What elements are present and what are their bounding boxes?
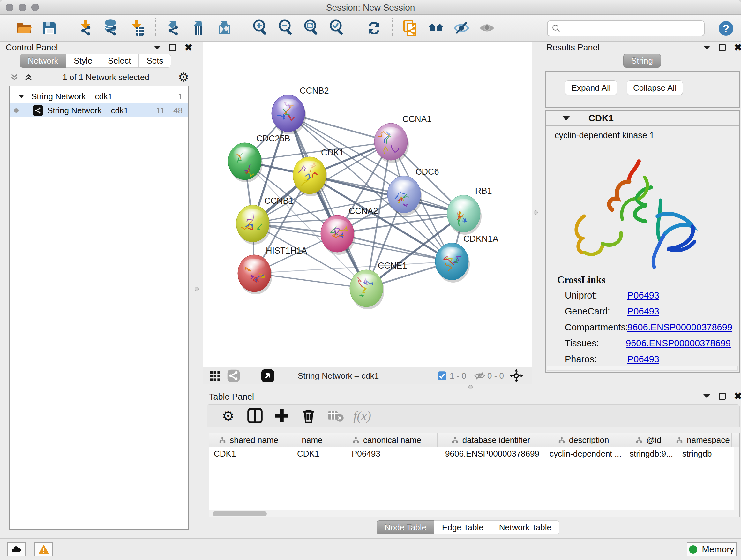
crosslink-link[interactable]: 9606.ENSP00000378699 <box>627 322 732 333</box>
network-node-cdc25b[interactable]: CDC25B <box>228 134 290 182</box>
network-node-rb1[interactable]: RB1 <box>447 186 492 235</box>
entry-expander-icon[interactable] <box>562 116 570 121</box>
close-panel-icon[interactable]: ✖ <box>185 44 192 51</box>
network-collection-row[interactable]: String Network – cdk1 1 <box>10 89 188 104</box>
tab-string[interactable]: String <box>623 54 661 68</box>
show-all-eye-icon[interactable] <box>477 18 497 38</box>
splitter-handle[interactable] <box>195 287 199 291</box>
tab-edge-table[interactable]: Edge Table <box>434 520 491 535</box>
table-cell[interactable]: 9606.ENSP00000378699 <box>437 449 544 459</box>
zoom-selected-icon[interactable] <box>327 18 348 38</box>
table-settings-gear-icon[interactable]: ⚙ <box>218 406 239 426</box>
search-box[interactable] <box>547 20 704 37</box>
network-node-hist1h1a[interactable]: HIST1H1A <box>238 246 307 294</box>
network-node-ccne1[interactable]: CCNE1 <box>350 261 407 309</box>
grid-view-icon[interactable] <box>208 367 221 385</box>
gear-icon[interactable]: ⚙ <box>178 71 189 83</box>
export-network-icon[interactable] <box>163 18 184 38</box>
add-column-plus-icon[interactable] <box>272 406 292 426</box>
table-hscrollbar[interactable] <box>209 510 739 517</box>
hide-selected-eye-icon[interactable] <box>451 18 472 38</box>
table-cell[interactable]: CDK1 <box>209 449 288 459</box>
network-canvas[interactable]: CCNB2 CCNA1 CDC25B CDK1 CDC6 <box>203 42 532 367</box>
crosslink-link[interactable]: P06493 <box>627 306 659 317</box>
tab-select[interactable]: Select <box>100 54 139 68</box>
selected-checkbox-icon[interactable] <box>437 367 447 385</box>
zoom-out-icon[interactable] <box>276 18 297 38</box>
tab-node-table[interactable]: Node Table <box>377 520 434 535</box>
tab-sets[interactable]: Sets <box>139 54 171 68</box>
import-table-icon[interactable] <box>127 18 147 38</box>
column-header-namespace[interactable]: namespace <box>674 433 732 447</box>
crosslink-link[interactable]: P06493 <box>627 354 659 365</box>
network-edge[interactable] <box>288 113 366 288</box>
delete-column-trash-icon[interactable] <box>298 406 319 426</box>
export-image-icon[interactable] <box>214 18 235 38</box>
memory-status-dot <box>689 545 697 554</box>
table-cell[interactable]: CDK1 <box>288 449 336 459</box>
cloud-button[interactable] <box>7 543 25 557</box>
splitter-handle[interactable] <box>534 210 538 214</box>
maximize-panel-icon[interactable] <box>169 44 176 51</box>
zoom-fit-icon[interactable] <box>302 18 322 38</box>
close-panel-icon[interactable]: ✖ <box>734 393 741 400</box>
network-node-cdk1[interactable]: CDK1 <box>293 148 344 196</box>
split-columns-icon[interactable] <box>245 406 265 426</box>
network-row-selected[interactable]: String Network – cdk1 11 48 <box>10 104 188 118</box>
node-table[interactable]: shared namenamecanonical namedatabase id… <box>209 433 740 517</box>
maximize-panel-icon[interactable] <box>719 44 726 51</box>
save-session-icon[interactable] <box>40 18 60 38</box>
export-table-icon[interactable] <box>189 18 209 38</box>
column-header-canonicalname[interactable]: canonical name <box>336 433 437 447</box>
column-header-id[interactable]: @id <box>623 433 674 447</box>
results-entry-header[interactable]: CDK1 <box>546 111 739 126</box>
close-panel-icon[interactable]: ✖ <box>734 44 741 51</box>
table-row[interactable]: CDK1CDK1P064939606.ENSP00000378699cyclin… <box>209 447 739 460</box>
warning-button[interactable] <box>35 543 53 557</box>
share-view-icon[interactable] <box>227 367 240 385</box>
refresh-layout-icon[interactable] <box>364 18 384 38</box>
open-session-icon[interactable] <box>14 18 35 38</box>
copy-network-icon[interactable] <box>400 18 421 38</box>
tab-style[interactable]: Style <box>66 54 100 68</box>
table-cell[interactable]: cyclin-dependent ... <box>544 449 623 459</box>
column-header-databaseidentifier[interactable]: database identifier <box>437 433 544 447</box>
expand-all-icon[interactable] <box>23 72 34 83</box>
fit-selected-crosshair-icon[interactable] <box>509 367 524 385</box>
memory-button[interactable]: Memory <box>687 543 737 557</box>
table-cell[interactable]: stringdb <box>674 449 732 459</box>
help-button[interactable]: ? <box>719 21 733 36</box>
network-node-cdkn1a[interactable]: CDKN1A <box>435 234 498 283</box>
zoom-in-icon[interactable] <box>251 18 271 38</box>
node-label: CDK1 <box>321 148 344 158</box>
import-network-database-icon[interactable] <box>102 18 122 38</box>
home-network-icon[interactable] <box>426 18 446 38</box>
crosslink-link[interactable]: P06493 <box>627 290 659 301</box>
collapse-all-icon[interactable] <box>9 72 20 83</box>
float-panel-icon[interactable] <box>703 46 711 50</box>
column-header-name[interactable]: name <box>288 433 336 447</box>
table-cell[interactable]: P06493 <box>336 449 437 459</box>
import-network-icon[interactable] <box>76 18 96 38</box>
float-panel-icon[interactable] <box>154 46 161 50</box>
float-panel-icon[interactable] <box>703 394 711 398</box>
network-node-ccna1[interactable]: CCNA1 <box>374 114 432 163</box>
tab-network[interactable]: Network <box>20 54 66 68</box>
table-cell[interactable]: stringdb:9... <box>623 449 674 459</box>
results-buttons-box: Expand All Collapse All <box>545 71 740 108</box>
maximize-panel-icon[interactable] <box>719 393 726 400</box>
column-header-sharedname[interactable]: shared name <box>209 433 288 447</box>
crosslink-link[interactable]: 9606.ENSP00000378699 <box>626 338 731 349</box>
collapse-all-button[interactable]: Collapse All <box>627 80 683 95</box>
tab-network-table[interactable]: Network Table <box>491 520 559 535</box>
birdseye-view-icon[interactable] <box>261 367 275 385</box>
search-input[interactable] <box>564 23 700 34</box>
column-header-description[interactable]: description <box>544 433 623 447</box>
table-vscrollbar[interactable] <box>734 447 739 510</box>
results-hscrollbar[interactable] <box>547 366 738 371</box>
network-node-ccnb2[interactable]: CCNB2 <box>272 86 329 134</box>
splitter-handle[interactable] <box>468 385 473 389</box>
hscrollbar-thumb[interactable] <box>212 511 267 516</box>
collection-expander-icon[interactable] <box>18 95 24 98</box>
expand-all-button[interactable]: Expand All <box>565 80 617 95</box>
